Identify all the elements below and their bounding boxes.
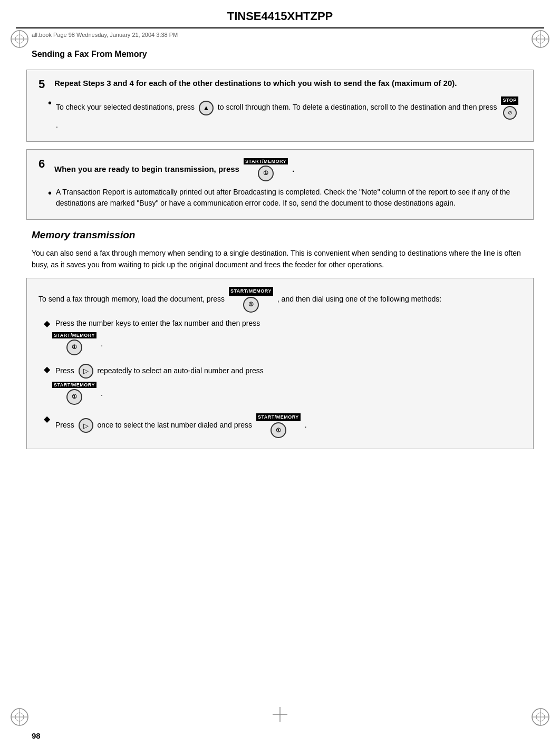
bullet-dot-2: • — [48, 187, 52, 199]
step5-bold-text: Repeat Steps 3 and 4 for each of the oth… — [54, 79, 457, 88]
diamond-icon-3: ◆ — [44, 414, 51, 424]
step5-box: 5 Repeat Steps 3 and 4 for each of the o… — [26, 70, 534, 142]
diamond-item-3: ◆ Press ▷ once to select the last number… — [44, 413, 522, 439]
start-memory-button-icon-d1: START/MEMORY ① — [52, 332, 96, 355]
start-memory-button-icon-d2: START/MEMORY ① — [52, 382, 96, 405]
corner-decoration-br — [530, 707, 551, 727]
memory-section-title: Memory transmission — [32, 229, 528, 241]
memory-section-body: You can also send a fax through memory w… — [32, 247, 528, 271]
diamond2-button-row: START/MEMORY ① . — [50, 382, 522, 405]
start-memory-button-icon-info: START/MEMORY ① — [229, 287, 273, 312]
arrow-button-icon-d3: ▷ — [79, 418, 93, 433]
diamond-item-1: ◆ Press the number keys to enter the fax… — [44, 318, 522, 329]
diamond1-button-row: START/MEMORY ① . — [50, 332, 522, 355]
file-info: all.book Page 98 Wednesday, January 21, … — [16, 32, 544, 38]
diamond2-period: . — [101, 389, 103, 398]
diamond2-text: Press ▷ repeatedly to select an auto-dia… — [55, 364, 264, 379]
step5-number: 5 — [38, 77, 50, 91]
section-title: Sending a Fax From Memory — [0, 38, 560, 64]
corner-decoration-tl — [9, 29, 30, 49]
step6-row: 6 When you are ready to begin transmissi… — [38, 158, 522, 181]
step5-row: 5 Repeat Steps 3 and 4 for each of the o… — [38, 79, 522, 91]
diamond3-text: Press ▷ once to select the last number d… — [55, 413, 307, 439]
diamond1-period: . — [101, 339, 103, 348]
diamond1-text: Press the number keys to enter the fax n… — [55, 318, 260, 329]
info-box: To send a fax through memory, load the d… — [26, 278, 534, 449]
scroll-up-button-icon: ▲ — [199, 101, 214, 115]
step5-bullet1: • To check your selected destinations, p… — [48, 96, 522, 131]
page-title: TINSE4415XHTZPP — [16, 0, 544, 28]
corner-decoration-tr — [530, 29, 551, 49]
step5-bullet1-text: To check your selected destinations, pre… — [56, 96, 522, 131]
memory-section: Memory transmission You can also send a … — [32, 229, 528, 271]
step6-text: When you are ready to begin transmission… — [54, 158, 294, 181]
center-bottom-decoration — [272, 706, 288, 724]
arrow-button-icon-d2: ▷ — [79, 364, 93, 379]
corner-decoration-bl — [9, 707, 30, 727]
stop-button-icon: STOP ⊘ — [501, 96, 518, 120]
step6-box: 6 When you are ready to begin transmissi… — [26, 149, 534, 220]
diamond-item-2: ◆ Press ▷ repeatedly to select an auto-d… — [44, 364, 522, 379]
diamond-icon-2: ◆ — [44, 364, 51, 374]
step6-bullet1: • A Transaction Report is automatically … — [48, 187, 522, 209]
step6-number: 6 — [38, 157, 50, 171]
bullet-dot-1: • — [48, 96, 52, 109]
start-memory-button-icon-d3: START/MEMORY ① — [256, 413, 301, 439]
page-number: 98 — [32, 731, 41, 740]
start-memory-button-icon-step6: START/MEMORY ① — [244, 158, 288, 181]
info-intro: To send a fax through memory, load the d… — [38, 287, 522, 312]
step6-bullet1-text: A Transaction Report is automatically pr… — [56, 187, 522, 209]
diamond-icon-1: ◆ — [44, 318, 51, 328]
